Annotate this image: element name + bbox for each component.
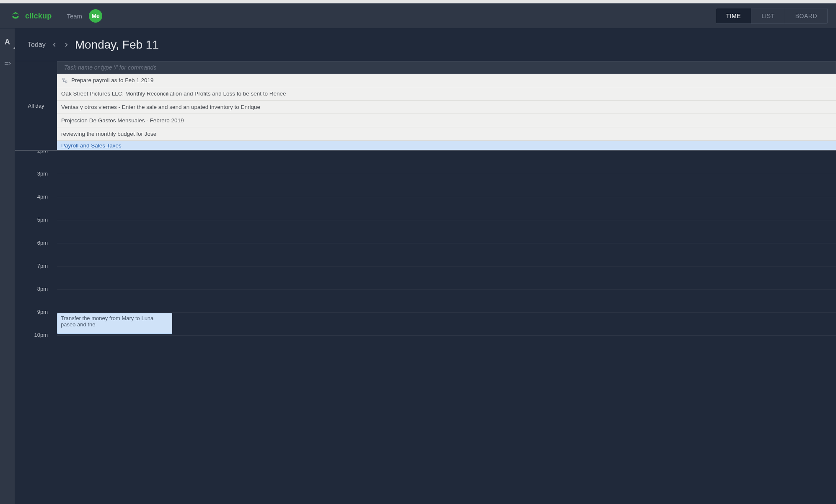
expand-sidebar-icon[interactable] xyxy=(2,58,13,70)
all-day-label: All day xyxy=(15,61,57,150)
text-tool-icon[interactable]: A xyxy=(2,36,13,48)
browser-chrome-strip xyxy=(0,0,836,3)
hours-column: 2pm3pm4pm5pm6pm7pm8pm9pm10pm xyxy=(15,151,57,358)
date-title: Monday, Feb 11 xyxy=(75,38,159,52)
all-day-task-title: Ventas y otros viernes - Enter the sale … xyxy=(61,104,260,110)
hour-grid-line xyxy=(57,151,836,151)
svg-rect-1 xyxy=(65,81,67,83)
prev-day-button[interactable] xyxy=(52,42,57,48)
new-task-placeholder: Task name or type '/' for commands xyxy=(64,64,156,71)
tab-list[interactable]: LIST xyxy=(751,8,785,23)
svg-rect-0 xyxy=(63,78,65,80)
left-rail: A xyxy=(0,28,15,504)
me-toggle[interactable]: Me xyxy=(89,9,102,23)
hour-label: 10pm xyxy=(34,332,48,338)
brand-logo[interactable]: clickup xyxy=(10,10,52,21)
hour-row: 7pm xyxy=(15,266,57,289)
hour-label: 2pm xyxy=(37,151,48,154)
all-day-task-title: Oak Street Pictures LLC: Monthly Reconci… xyxy=(61,90,286,97)
hour-grid-line xyxy=(57,266,836,266)
all-day-task[interactable]: reviewing the monthly budget for Jose xyxy=(57,127,836,141)
hour-label: 8pm xyxy=(37,286,48,292)
hour-label: 9pm xyxy=(37,309,48,315)
slots-column[interactable]: Transfer the money from Mary to Luna pas… xyxy=(57,151,836,358)
hour-row: 2pm xyxy=(15,151,57,174)
hour-row: 5pm xyxy=(15,220,57,243)
hour-row: 10pm xyxy=(15,335,57,358)
subtask-icon xyxy=(61,78,69,83)
hour-label: 6pm xyxy=(37,240,48,246)
hour-grid-line xyxy=(57,220,836,220)
tab-time[interactable]: TIME xyxy=(716,8,751,23)
hour-label: 3pm xyxy=(37,171,48,177)
hour-row: 3pm xyxy=(15,174,57,197)
all-day-task[interactable]: Projeccion De Gastos Mensuales - Febrero… xyxy=(57,114,836,127)
date-header: Today Monday, Feb 11 xyxy=(15,28,836,61)
hour-grid-line xyxy=(57,312,836,313)
hour-row: 6pm xyxy=(15,243,57,266)
calendar-event-title: Transfer the money from Mary to Luna pas… xyxy=(61,315,153,328)
topbar: clickup Team Me TIME LIST BOARD xyxy=(0,3,836,28)
all-day-list: Prepare payroll as fo Feb 1 2019Oak Stre… xyxy=(57,74,836,150)
all-day-task-title: Projeccion De Gastos Mensuales - Febrero… xyxy=(61,117,184,124)
hour-grid-line xyxy=(57,197,836,197)
all-day-task[interactable]: Oak Street Pictures LLC: Monthly Reconci… xyxy=(57,87,836,101)
all-day-section: All day Task name or type '/' for comman… xyxy=(15,61,836,151)
all-day-task[interactable]: Prepare payroll as fo Feb 1 2019 xyxy=(57,74,836,87)
team-toggle[interactable]: Team xyxy=(67,13,82,20)
all-day-task[interactable]: Ventas y otros viernes - Enter the sale … xyxy=(57,101,836,114)
hour-label: 4pm xyxy=(37,194,48,200)
hour-row: 8pm xyxy=(15,289,57,312)
clickup-logo-icon xyxy=(10,10,21,21)
hour-grid-line xyxy=(57,335,836,336)
hour-row: 4pm xyxy=(15,197,57,220)
hour-grid-line xyxy=(57,289,836,289)
all-day-task-title: reviewing the monthly budget for Jose xyxy=(61,131,156,137)
brand-name: clickup xyxy=(25,12,52,21)
hour-grid-line xyxy=(57,243,836,243)
today-button[interactable]: Today xyxy=(28,41,46,49)
all-day-task-title: Prepare payroll as fo Feb 1 2019 xyxy=(71,77,154,83)
all-day-task-title: Payroll and Sales Taxes xyxy=(61,142,122,149)
hour-label: 7pm xyxy=(37,263,48,269)
time-grid[interactable]: 2pm3pm4pm5pm6pm7pm8pm9pm10pm Transfer th… xyxy=(15,151,836,504)
new-task-input[interactable]: Task name or type '/' for commands xyxy=(57,61,836,74)
next-day-button[interactable] xyxy=(63,42,69,48)
tab-board[interactable]: BOARD xyxy=(785,8,827,23)
hour-label: 5pm xyxy=(37,217,48,223)
view-tabs: TIME LIST BOARD xyxy=(716,8,828,24)
hour-grid-line xyxy=(57,174,836,174)
calendar-event[interactable]: Transfer the money from Mary to Luna pas… xyxy=(57,313,172,334)
all-day-task[interactable]: Payroll and Sales Taxes xyxy=(57,141,836,150)
